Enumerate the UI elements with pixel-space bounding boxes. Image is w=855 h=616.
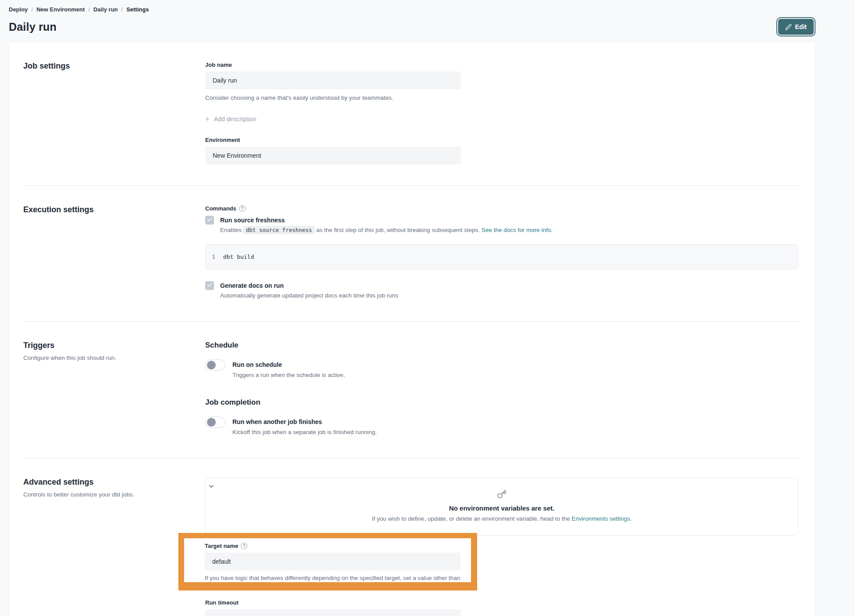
pencil-icon <box>785 24 792 30</box>
edit-button[interactable]: Edit <box>778 19 814 35</box>
run-timeout-group: Run timeout Maximum number of seconds a … <box>205 599 801 616</box>
breadcrumb-job[interactable]: Daily run <box>93 6 118 13</box>
section-execution-settings: Execution settings Commands ? Run source… <box>23 185 801 321</box>
environments-settings-link[interactable]: Environments settings <box>572 515 630 522</box>
target-name-group: Target name ? If you have logic that beh… <box>184 538 471 582</box>
commands-label-text: Commands <box>205 205 236 212</box>
command-text: dbt build <box>223 254 254 260</box>
section-triggers: Triggers Configure when this job should … <box>23 321 801 458</box>
generate-docs-desc: Automatically generate updated project d… <box>220 291 398 300</box>
chevron-down-icon[interactable] <box>208 483 215 491</box>
desc-text: Enables <box>220 227 243 233</box>
add-description-label: Add description <box>214 116 257 123</box>
desc-text: as the first step of this job, without b… <box>315 227 482 233</box>
helper-line: If you have logic that behaves different… <box>205 574 462 582</box>
run-on-schedule-desc: Triggers a run when the schedule is acti… <box>232 371 345 380</box>
env-vars-title: No environment variables are set. <box>214 504 789 512</box>
docs-link[interactable]: See the docs for more info. <box>482 227 553 233</box>
target-name-helper: If you have logic that behaves different… <box>205 574 462 582</box>
breadcrumb-environment[interactable]: New Environment <box>36 6 85 13</box>
triggers-heading: Triggers <box>23 341 205 350</box>
target-name-highlight: Target name ? If you have logic that beh… <box>178 533 477 591</box>
run-when-job-finishes-toggle[interactable] <box>205 417 225 428</box>
advanced-settings-heading: Advanced settings <box>23 478 205 487</box>
job-name-helper: Consider choosing a name that's easily u… <box>205 94 801 102</box>
environment-input[interactable] <box>205 147 461 164</box>
environment-variables-panel: No environment variables are set. If you… <box>205 478 798 536</box>
target-name-input[interactable] <box>205 553 460 570</box>
target-name-label: Target name ? <box>205 543 471 549</box>
check-icon <box>207 282 212 290</box>
breadcrumb-separator: / <box>88 6 90 13</box>
breadcrumb-deploy[interactable]: Deploy <box>9 6 28 13</box>
check-icon <box>207 216 212 224</box>
settings-card: Job settings Job name Consider choosing … <box>9 42 815 616</box>
line-number: 1 <box>212 254 215 260</box>
job-name-input[interactable] <box>205 72 461 89</box>
run-when-job-finishes-row: Run when another job finishes Kickoff th… <box>205 417 801 437</box>
top-bar: Deploy / New Environment / Daily run / S… <box>0 0 855 35</box>
run-on-schedule-toggle[interactable] <box>205 359 225 371</box>
breadcrumb-settings: Settings <box>127 6 149 13</box>
breadcrumb-separator: / <box>121 6 123 13</box>
schedule-heading: Schedule <box>205 341 801 350</box>
page-title: Daily run <box>9 21 57 33</box>
generate-docs-label: Generate docs on run <box>220 281 398 290</box>
job-settings-heading: Job settings <box>23 62 205 71</box>
toggle-knob <box>207 361 216 370</box>
run-source-freshness-label: Run source freshness <box>220 215 553 225</box>
generate-docs-checkbox[interactable] <box>205 281 214 290</box>
job-name-label: Job name <box>205 62 801 68</box>
help-icon[interactable]: ? <box>239 205 246 212</box>
edit-button-label: Edit <box>795 23 807 30</box>
run-on-schedule-row: Run on schedule Triggers a run when the … <box>205 359 801 380</box>
section-advanced-settings: Advanced settings Controls to better cus… <box>23 458 801 616</box>
job-completion-heading: Job completion <box>205 398 801 407</box>
plus-icon: + <box>205 115 210 123</box>
target-name-label-text: Target name <box>205 543 238 549</box>
run-on-schedule-label: Run on schedule <box>232 359 345 370</box>
run-source-freshness-row: Run source freshness Enables dbt source … <box>205 215 801 235</box>
commands-code-editor[interactable]: 1 dbt build <box>205 244 798 269</box>
key-icon <box>214 489 789 501</box>
toggle-knob <box>207 418 216 427</box>
run-when-job-finishes-desc: Kickoff this job when a separate job is … <box>232 428 377 437</box>
run-source-freshness-checkbox[interactable] <box>205 216 214 225</box>
desc-text: If you wish to define, update, or delete… <box>372 515 572 522</box>
advanced-settings-subheading: Controls to better customize your dbt jo… <box>23 491 168 498</box>
execution-settings-heading: Execution settings <box>23 205 205 214</box>
commands-label: Commands ? <box>205 205 801 212</box>
desc-text: . <box>630 515 632 522</box>
run-timeout-input[interactable] <box>205 609 461 616</box>
env-vars-desc: If you wish to define, update, or delete… <box>214 515 789 522</box>
code-chip: dbt source freshness <box>243 226 315 234</box>
run-timeout-label: Run timeout <box>205 599 801 606</box>
breadcrumb-separator: / <box>31 6 33 13</box>
run-source-freshness-desc: Enables dbt source freshness as the firs… <box>220 226 553 235</box>
generate-docs-row: Generate docs on run Automatically gener… <box>205 281 801 300</box>
breadcrumb: Deploy / New Environment / Daily run / S… <box>9 6 815 13</box>
section-job-settings: Job settings Job name Consider choosing … <box>23 42 801 185</box>
triggers-subheading: Configure when this job should run. <box>23 355 168 361</box>
environment-label: Environment <box>205 137 801 143</box>
help-icon[interactable]: ? <box>241 543 247 549</box>
add-description-button[interactable]: + Add description <box>205 115 256 123</box>
run-when-job-finishes-label: Run when another job finishes <box>232 417 377 427</box>
